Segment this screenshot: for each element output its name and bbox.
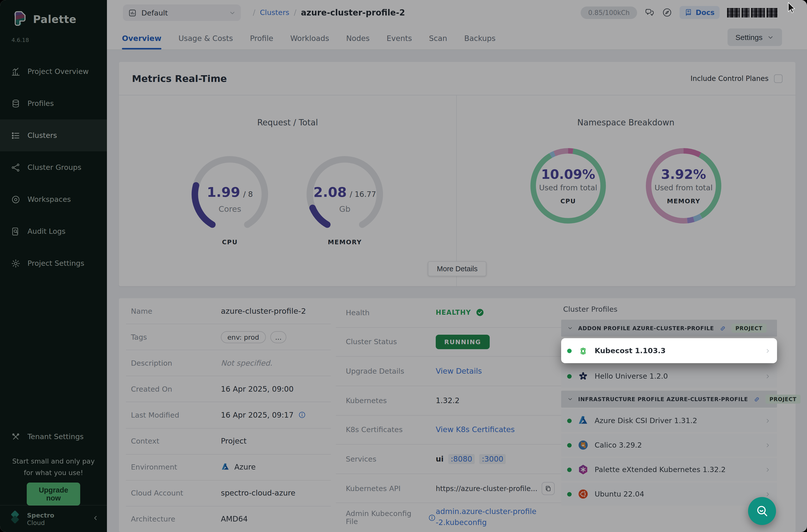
palette-app-window: Palette 4.6.18 Project Overview Profiles (0, 0, 807, 532)
profile-row-kubecost[interactable]: Kubecost 1.103.3 (561, 338, 777, 363)
mouse-cursor (788, 2, 797, 15)
status-dot (567, 348, 571, 353)
spotlight-dim-overlay (0, 0, 807, 532)
chevron-right-icon (765, 347, 771, 354)
profile-pack-name: Kubecost 1.103.3 (595, 347, 758, 355)
kubecost-icon (578, 345, 589, 356)
search-assistant-fab[interactable] (748, 497, 776, 525)
